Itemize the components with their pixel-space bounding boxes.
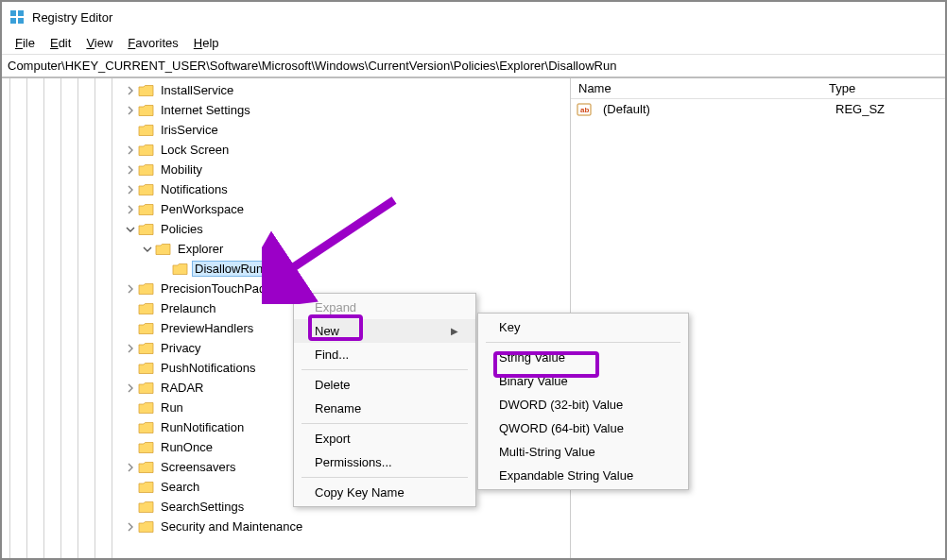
context-submenu-new: Key String Value Binary Value DWORD (32-… [477,313,689,490]
menu-help[interactable]: Help [186,34,227,52]
tree-item[interactable]: Notifications [2,179,570,199]
folder-icon [138,501,154,514]
folder-icon [138,223,154,236]
ctx-copy-key-name[interactable]: Copy Key Name [294,481,475,504]
svg-rect-3 [18,18,24,24]
svg-rect-2 [10,18,16,24]
tree-label: IrisService [158,122,221,138]
tree-label: Run [158,399,186,416]
ctx-new-string[interactable]: String Value [478,346,688,369]
tree-item[interactable]: InstallService [2,80,570,100]
tree-item[interactable]: PrecisionTouchPad [2,279,570,298]
col-name-header[interactable]: Name [571,79,821,97]
ctx-new-key[interactable]: Key [478,315,688,339]
menu-favorites[interactable]: Favorites [120,34,185,52]
tree-item[interactable]: Policies [2,219,570,239]
svg-rect-0 [10,10,16,16]
ctx-find[interactable]: Find... [294,343,475,366]
tree-label: Prelaunch [158,300,219,316]
expand-spacer [125,125,136,136]
folder-icon [138,124,154,137]
tree-label: PushNotifications [158,360,258,376]
menu-edit[interactable]: Edit [43,34,78,52]
expand-toggle-icon[interactable] [142,244,153,255]
value-name: (Default) [595,100,828,118]
expand-spacer [159,263,170,275]
ctx-new-binary[interactable]: Binary Value [478,369,688,393]
expand-toggle-icon[interactable] [125,521,136,533]
folder-icon [138,481,154,494]
tree-item[interactable]: Internet Settings [2,100,570,120]
tree-label: DisallowRun [192,261,266,277]
tree-item[interactable]: Explorer [2,239,570,259]
expand-spacer [125,422,136,433]
tree-label: Notifications [158,181,231,197]
value-row[interactable]: ab(Default)REG_SZ [571,99,945,119]
expand-spacer [125,303,136,314]
tree-item[interactable]: DisallowRun [2,259,570,279]
menu-file[interactable]: File [8,34,43,52]
tree-label: RADAR [158,380,207,396]
expand-toggle-icon[interactable] [125,224,136,235]
tree-label: SearchSettings [158,499,247,515]
folder-icon [138,342,154,355]
expand-toggle-icon[interactable] [125,184,136,195]
expand-toggle-icon[interactable] [125,382,136,394]
expand-spacer [125,323,136,334]
expand-toggle-icon[interactable] [125,204,136,215]
folder-icon [138,163,154,177]
folder-icon [138,84,154,97]
expand-toggle-icon[interactable] [125,283,136,295]
tree-item[interactable]: IrisService [2,120,570,140]
folder-icon [138,203,154,216]
folder-icon [138,441,154,454]
ctx-delete[interactable]: Delete [294,373,475,397]
ctx-export[interactable]: Export [294,427,475,450]
tree-label: Screensavers [158,459,238,475]
folder-icon [138,282,154,296]
folder-icon [138,104,154,117]
tree-item[interactable]: SearchSettings [2,497,570,517]
folder-icon [138,183,154,196]
tree-label: Privacy [158,340,204,356]
col-type-header[interactable]: Type [821,79,945,97]
ctx-separator [301,423,468,424]
expand-toggle-icon[interactable] [125,105,136,116]
tree-label: Explorer [175,241,226,257]
svg-text:ab: ab [580,106,589,114]
address-bar[interactable]: Computer\HKEY_CURRENT_USER\Software\Micr… [2,55,945,77]
ctx-rename[interactable]: Rename [294,397,475,420]
ctx-new[interactable]: New▶ [294,319,475,343]
expand-spacer [125,501,136,513]
ctx-permissions[interactable]: Permissions... [294,450,475,474]
tree-label: PenWorkspace [158,201,247,217]
tree-label: Policies [158,221,206,237]
tree-label: RunOnce [158,439,215,455]
folder-icon [138,362,154,375]
ctx-separator [301,369,468,370]
tree-label: Internet Settings [158,102,253,118]
ctx-expand: Expand [294,296,475,319]
list-header: Name Type [571,78,945,99]
expand-spacer [125,442,136,453]
menu-view[interactable]: View [78,34,120,52]
tree-item[interactable]: Lock Screen [2,140,570,160]
tree-item[interactable]: Mobility [2,160,570,179]
expand-toggle-icon[interactable] [125,343,136,354]
ctx-new-qword[interactable]: QWORD (64-bit) Value [478,416,688,440]
folder-icon [155,243,171,256]
address-path: Computer\HKEY_CURRENT_USER\Software\Micr… [8,59,616,73]
expand-toggle-icon[interactable] [125,85,136,96]
expand-toggle-icon[interactable] [125,164,136,176]
expand-toggle-icon[interactable] [125,462,136,473]
expand-toggle-icon[interactable] [125,144,136,156]
tree-label: Mobility [158,161,205,178]
ctx-new-expandstring[interactable]: Expandable String Value [478,464,688,487]
svg-rect-1 [18,10,24,16]
ctx-new-multistring[interactable]: Multi-String Value [478,440,688,464]
tree-label: Lock Screen [158,142,232,158]
expand-spacer [125,402,136,414]
tree-item[interactable]: Security and Maintenance [2,517,570,536]
tree-item[interactable]: PenWorkspace [2,199,570,219]
ctx-new-dword[interactable]: DWORD (32-bit) Value [478,393,688,416]
